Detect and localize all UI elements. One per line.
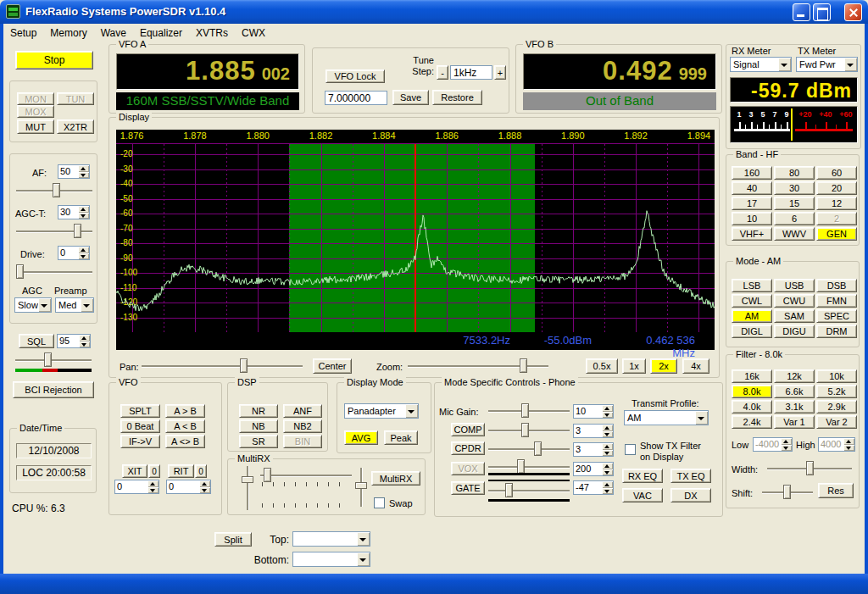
chevron-down-icon[interactable] bbox=[357, 532, 370, 546]
spectrum-display[interactable]: 1.8761.8781.8801.8821.8841.8861.8881.890… bbox=[116, 130, 715, 350]
top-select[interactable] bbox=[292, 531, 370, 547]
menu-item-setup[interactable]: Setup bbox=[3, 24, 43, 42]
vfo-if-v-button[interactable]: IF->V bbox=[120, 435, 160, 448]
band-wwv-button[interactable]: WWV bbox=[774, 227, 815, 241]
vac-button[interactable]: VAC bbox=[622, 488, 663, 502]
mode-dsb-button[interactable]: DSB bbox=[816, 279, 857, 292]
save-button[interactable]: Save bbox=[392, 90, 429, 105]
vfo-a-b-button[interactable]: A <> B bbox=[165, 435, 205, 448]
filter-2.4k-button[interactable]: 2.4k bbox=[732, 415, 772, 429]
mode-digu-button[interactable]: DIGU bbox=[774, 325, 815, 338]
vfo-a-frequency-display[interactable]: 1.885002 bbox=[116, 53, 299, 90]
filter-6.6k-button[interactable]: 6.6k bbox=[774, 385, 815, 398]
af-spinner[interactable]: 50 bbox=[58, 164, 90, 179]
mic-gain-slider[interactable] bbox=[488, 403, 570, 419]
filter-8.0k-button[interactable]: 8.0k bbox=[732, 385, 772, 398]
rit-spinner[interactable]: 0 bbox=[166, 480, 211, 494]
swap-checkbox[interactable] bbox=[374, 497, 385, 508]
gate-button[interactable]: GATE bbox=[451, 481, 485, 495]
transmit-profile-select[interactable]: AM bbox=[624, 410, 709, 425]
cpdr-spinner[interactable]: 3 bbox=[573, 442, 614, 457]
vfo-a-b-button[interactable]: A < B bbox=[165, 419, 205, 433]
multirx-pan-slider[interactable] bbox=[242, 466, 253, 510]
tune-step-up-button[interactable]: + bbox=[494, 65, 506, 80]
filter-12k-button[interactable]: 12k bbox=[774, 369, 815, 383]
mode-am-button[interactable]: AM bbox=[732, 309, 772, 323]
filter-reset-button[interactable]: Res bbox=[818, 483, 854, 498]
stop-button[interactable]: Stop bbox=[15, 51, 93, 69]
frequency-entry-field[interactable]: 7.000000 bbox=[325, 91, 387, 105]
dsp-anf-button[interactable]: ANF bbox=[283, 404, 322, 418]
dsp-nb-button[interactable]: NB bbox=[239, 419, 278, 433]
restore-button[interactable]: Restore bbox=[432, 90, 482, 105]
rit-button[interactable]: RIT bbox=[168, 464, 194, 478]
xit-spinner[interactable]: 0 bbox=[114, 480, 159, 494]
band-80-button[interactable]: 80 bbox=[774, 166, 815, 180]
x2tr-button[interactable]: X2TR bbox=[57, 119, 94, 134]
sql-button[interactable]: SQL bbox=[19, 334, 54, 348]
drive-slider[interactable] bbox=[16, 264, 92, 280]
filter-low-spinner[interactable]: -4000 bbox=[753, 437, 793, 452]
bottom-select[interactable] bbox=[292, 552, 370, 567]
filter-var-2-button[interactable]: Var 2 bbox=[816, 415, 857, 429]
menu-item-cwx[interactable]: CWX bbox=[235, 24, 272, 42]
zoom-1x-button[interactable]: 1x bbox=[622, 358, 646, 374]
filter-10k-button[interactable]: 10k bbox=[816, 369, 857, 383]
vfo-0-beat-button[interactable]: 0 Beat bbox=[120, 419, 160, 433]
filter-var-1-button[interactable]: Var 1 bbox=[774, 415, 815, 429]
dsp-bin-button[interactable]: BIN bbox=[283, 435, 322, 448]
vox-button[interactable]: VOX bbox=[451, 462, 485, 475]
band-40-button[interactable]: 40 bbox=[732, 181, 772, 195]
filter-16k-button[interactable]: 16k bbox=[732, 369, 772, 383]
zoom-2x-button[interactable]: 2x bbox=[650, 358, 677, 374]
menu-item-memory[interactable]: Memory bbox=[43, 24, 93, 42]
rx-meter-select[interactable]: Signal bbox=[730, 57, 792, 72]
mox-button[interactable]: MOX bbox=[17, 105, 54, 118]
band-vhf+-button[interactable]: VHF+ bbox=[732, 227, 772, 241]
chevron-down-icon[interactable] bbox=[405, 404, 418, 418]
dsp-nb2-button[interactable]: NB2 bbox=[283, 419, 322, 433]
band-160-button[interactable]: 160 bbox=[732, 166, 772, 180]
band-30-button[interactable]: 30 bbox=[774, 181, 815, 195]
show-tx-filter-checkbox[interactable] bbox=[625, 444, 636, 455]
display-zoom-slider[interactable] bbox=[408, 358, 548, 374]
zoom-4x-button[interactable]: 4x bbox=[682, 358, 709, 374]
comp-button[interactable]: COMP bbox=[451, 423, 485, 436]
tune-step-down-button[interactable]: - bbox=[437, 65, 448, 80]
minimize-button[interactable] bbox=[793, 3, 810, 21]
panadapter-plot[interactable]: -20-30-40-50-60-70-80-90-100-110-120-130 bbox=[116, 144, 715, 332]
vox-spinner[interactable]: 200 bbox=[573, 462, 614, 476]
dsp-sr-button[interactable]: SR bbox=[239, 435, 278, 448]
chevron-down-icon[interactable] bbox=[778, 58, 791, 71]
sql-slider[interactable] bbox=[15, 353, 92, 368]
mode-lsb-button[interactable]: LSB bbox=[732, 279, 772, 292]
gate-slider[interactable] bbox=[488, 483, 570, 498]
tun-button[interactable]: TUN bbox=[57, 92, 94, 105]
band-6-button[interactable]: 6 bbox=[774, 212, 815, 225]
mode-cwl-button[interactable]: CWL bbox=[732, 294, 772, 308]
cpdr-slider[interactable] bbox=[488, 441, 570, 457]
af-slider[interactable] bbox=[16, 183, 92, 198]
vfo-b-frequency-display[interactable]: 0.492999 bbox=[523, 53, 716, 90]
zoom-0.5x-button[interactable]: 0.5x bbox=[586, 358, 618, 374]
close-button[interactable] bbox=[844, 3, 862, 21]
agct-slider[interactable] bbox=[16, 224, 92, 239]
multirx-gain-slider[interactable] bbox=[260, 468, 352, 483]
band-17-button[interactable]: 17 bbox=[732, 197, 772, 210]
center-button[interactable]: Center bbox=[313, 358, 352, 374]
peak-button[interactable]: Peak bbox=[384, 430, 418, 445]
mode-cwu-button[interactable]: CWU bbox=[774, 294, 815, 308]
band-2-button[interactable]: 2 bbox=[816, 212, 857, 225]
cpdr-button[interactable]: CPDR bbox=[451, 441, 485, 455]
mode-spec-button[interactable]: SPEC bbox=[816, 309, 857, 323]
chevron-down-icon[interactable] bbox=[81, 298, 93, 312]
comp-spinner[interactable]: 3 bbox=[573, 424, 614, 438]
mode-drm-button[interactable]: DRM bbox=[816, 325, 857, 338]
display-mode-select[interactable]: Panadapter bbox=[344, 403, 419, 419]
bci-rejection-button[interactable]: BCI Rejection bbox=[13, 381, 94, 398]
rx-eq-button[interactable]: RX EQ bbox=[622, 469, 663, 483]
multirx-button[interactable]: MultiRX bbox=[371, 471, 420, 486]
comp-slider[interactable] bbox=[488, 423, 570, 438]
xit-clear-button[interactable]: 0 bbox=[148, 464, 160, 478]
band-10-button[interactable]: 10 bbox=[732, 212, 772, 225]
